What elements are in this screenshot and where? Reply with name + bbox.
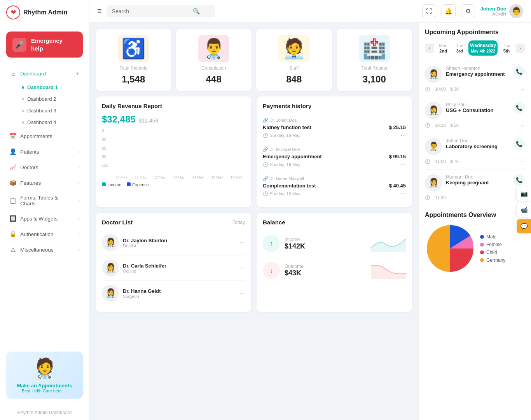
misc-icon: ⚠	[9, 246, 16, 253]
doctor-info: Dr. Jaylon Stanton Dentist	[123, 238, 167, 248]
appt-info: Shawn Hampton Emergency appointment	[446, 66, 509, 77]
dot-icon	[22, 86, 24, 89]
sidebar-item-dashboard[interactable]: 🖥 Dashboard ▼	[3, 66, 86, 81]
clock-icon: 🕐	[425, 123, 430, 128]
sidebar-item-misc[interactable]: ⚠ Miscellaneous ›	[3, 242, 86, 257]
doctors-icon: 📈	[9, 164, 16, 171]
expand-icon[interactable]: ⛶	[422, 4, 436, 18]
logo-area: ❤ Rhythm Admin	[0, 0, 89, 25]
chevron-right-icon: ›	[78, 198, 80, 203]
chevron-right-icon: ›	[78, 149, 80, 154]
call-button[interactable]: 📞	[513, 174, 525, 186]
x-label: 13 May	[170, 175, 187, 179]
settings-icon[interactable]: ⚙	[461, 4, 475, 18]
sidebar-item-features[interactable]: 📦 Features ›	[3, 175, 86, 190]
sidebar-item-forms[interactable]: 📋 Forms, Tables & Charts ›	[3, 191, 86, 210]
patients-icon: 👤	[9, 148, 16, 155]
clock-icon: 🕐	[425, 87, 430, 92]
staff-illustration: 🧑‍💼	[278, 35, 309, 62]
revenue-amount: $32,485	[102, 114, 136, 125]
more-options-button[interactable]: ···	[401, 132, 406, 139]
notification-bell-icon[interactable]: 🔔	[442, 4, 456, 18]
more-options-button[interactable]: ···	[401, 161, 406, 168]
doctor-list-title: Doctor List	[102, 219, 133, 226]
calendar-next-button[interactable]: ›	[515, 44, 525, 53]
appt-info: Polly Paul USG + Consultation	[446, 102, 509, 113]
call-button[interactable]: 📞	[513, 66, 525, 77]
child-dot	[480, 250, 484, 254]
payment-name: Kidney function test	[263, 124, 311, 130]
outcome-label: Outcome	[285, 264, 304, 269]
sidebar-item-dashboard-1[interactable]: Dashboard 1	[16, 82, 86, 93]
sidebar-item-patients[interactable]: 👤 Patients ›	[3, 144, 86, 159]
appointments-title: Upcoming Appointments	[425, 29, 525, 36]
calendar-prev-button[interactable]: ‹	[425, 44, 434, 53]
emergency-help-button[interactable]: 🎤 Emergencyhelp	[6, 32, 83, 58]
more-options-button[interactable]: ···	[520, 158, 525, 164]
sidebar-item-dashboard-4[interactable]: Dashboard 4	[16, 117, 86, 128]
stat-cards: ♿ Total Patients 1,548 👨‍⚕️ Consulation …	[96, 29, 412, 91]
hamburger-icon[interactable]: ≡	[97, 7, 102, 16]
doctor-specialty: Surgeon	[123, 294, 161, 299]
more-options-button[interactable]: ···	[520, 86, 525, 92]
sidebar-item-apps[interactable]: 🔲 Apps & Widgets ›	[3, 211, 86, 226]
more-options-button[interactable]: ···	[240, 239, 245, 246]
chevron-right-icon: ›	[78, 165, 80, 170]
calendar-day-wed[interactable]: Wednesday May 4th 2022	[468, 40, 497, 56]
calendar-day-thu[interactable]: Thu 5th	[499, 41, 514, 56]
appt-type: Keeping pregnant	[446, 180, 509, 186]
float-chat-button[interactable]: 💬	[517, 219, 531, 233]
float-video-button[interactable]: 📹	[517, 203, 531, 217]
appt-time: 11:30	[435, 195, 446, 200]
emergency-label: Emergencyhelp	[31, 37, 63, 52]
appt-meta: 🕐 10:30 $ 50 ···	[425, 122, 525, 128]
search-input[interactable]	[112, 8, 190, 14]
sidebar-item-doctors[interactable]: 📈 Doctors ›	[3, 160, 86, 175]
more-options-button[interactable]: ···	[240, 264, 245, 271]
payment-date: 🕐 Sunday, 16 May ···	[263, 132, 406, 139]
doctor-avatar: 👩‍⚕️	[102, 285, 119, 302]
appt-type: Laboratory screening	[446, 144, 509, 149]
day-name: Mon	[437, 43, 449, 48]
forms-icon: 📋	[9, 197, 16, 204]
appt-patient-name: Johen Doe	[446, 138, 509, 144]
outcome-icon: ↓	[263, 262, 280, 279]
stat-card-consultation: 👨‍⚕️ Consulation 448	[176, 29, 252, 91]
expense-legend: Expense	[127, 182, 149, 187]
payment-name: Complementation test	[263, 183, 316, 189]
search-box[interactable]: 🔍	[107, 5, 215, 18]
stat-value-rooms: 3,100	[363, 74, 386, 85]
content-main: ♿ Total Patients 1,548 👨‍⚕️ Consulation …	[89, 23, 418, 420]
sidebar-item-appointments[interactable]: 📅 Appointments	[3, 129, 86, 144]
features-icon: 📦	[9, 179, 16, 186]
call-button[interactable]: 📞	[513, 138, 525, 150]
doctor-specialty: Oculist	[123, 269, 166, 273]
x-label: 10 May	[113, 175, 130, 179]
male-dot	[480, 235, 484, 239]
right-sidebar: Upcoming Appointments ‹ Mon 2nd Tue 3rd …	[418, 23, 531, 420]
float-camera-button[interactable]: 📷	[517, 187, 531, 201]
more-options-button[interactable]: ···	[240, 290, 245, 297]
promo-banner[interactable]: 🧑‍⚕️ Make an Appointments Best Helth Car…	[6, 352, 83, 399]
clock-icon: 🕐	[425, 195, 430, 200]
list-item: 🔗 Dr. Johen Doe Kidney function test $ 2…	[263, 114, 406, 143]
stat-card-rooms: 🏥 Total Rooms 3,100	[337, 29, 412, 91]
clock-icon: 🕐	[263, 133, 268, 138]
calendar-day-tue[interactable]: Tue 3rd	[452, 41, 467, 56]
sidebar-item-dashboard-3[interactable]: Dashboard 3	[16, 105, 86, 116]
balance-income-item: ↑ Income $142K	[263, 230, 406, 257]
payments-card: Payments history 🔗 Dr. Johen Doe Kidney …	[257, 96, 412, 207]
call-button[interactable]: 📞	[513, 102, 525, 114]
sidebar: ❤ Rhythm Admin 🎤 Emergencyhelp 🖥 Dashboa…	[0, 0, 89, 420]
stat-label-patients: Total Patients	[119, 65, 147, 71]
more-options-button[interactable]: ···	[520, 122, 525, 128]
consultation-illustration: 👨‍⚕️	[198, 35, 229, 62]
more-options-button[interactable]: ···	[401, 190, 406, 197]
income-legend: Income	[102, 182, 121, 187]
user-profile[interactable]: Johen Doe ADMIN 👨	[480, 4, 523, 18]
sidebar-item-authentication[interactable]: 🔒 Authentication ›	[3, 227, 86, 242]
calendar-day-mon[interactable]: Mon 2nd	[436, 41, 451, 56]
payment-top: Kidney function test $ 25.15	[263, 124, 406, 130]
stat-card-staff: 🧑‍💼 Staff 848	[256, 29, 332, 91]
sidebar-item-dashboard-2[interactable]: Dashboard 2	[16, 93, 86, 105]
